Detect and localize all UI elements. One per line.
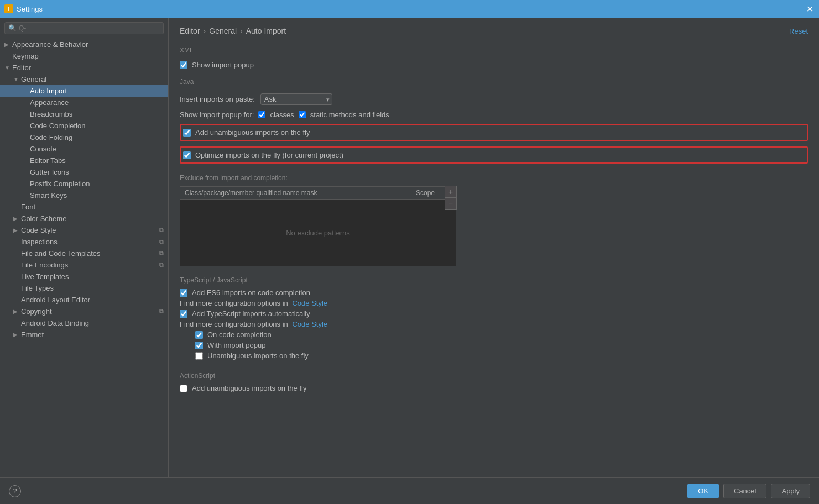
tree-arrow-color-scheme: ▶: [13, 216, 21, 222]
sidebar-item-auto-import[interactable]: Auto Import: [0, 85, 168, 97]
add-unambiguous-checkbox[interactable]: [183, 129, 191, 136]
static-methods-checkbox[interactable]: [299, 111, 306, 118]
sidebar-item-gutter-icons[interactable]: Gutter Icons: [0, 166, 168, 178]
exclude-table: Class/package/member qualified name mask…: [180, 186, 456, 266]
exclude-col1-header: Class/package/member qualified name mask: [180, 187, 411, 199]
as-add-unambiguous-label: Add unambiguous imports on the fly: [192, 384, 306, 392]
sidebar-item-label-general: General: [21, 75, 164, 83]
sidebar-item-copyright[interactable]: ▶Copyright⧉: [0, 306, 168, 317]
sidebar-item-file-code-templates[interactable]: File and Code Templates⧉: [0, 248, 168, 259]
window-title: Settings: [17, 5, 43, 13]
add-unambiguous-row: Add unambiguous imports on the fly: [183, 128, 805, 136]
sidebar-item-live-templates[interactable]: Live Templates: [0, 271, 168, 282]
sidebar-item-console[interactable]: Console: [0, 143, 168, 155]
title-bar: I Settings ✕: [0, 0, 819, 18]
bottom-bar: ? OK Cancel Apply: [0, 477, 819, 504]
sidebar-item-general[interactable]: ▼General: [0, 74, 168, 85]
sidebar-item-label-file-code-templates: File and Code Templates: [21, 249, 159, 258]
app-icon: I: [4, 4, 13, 13]
code-style-link-es6[interactable]: Code Style: [292, 299, 327, 307]
sidebar-item-label-editor-tabs: Editor Tabs: [30, 156, 164, 165]
exclude-minus-button[interactable]: −: [445, 198, 457, 210]
ok-button[interactable]: OK: [687, 484, 719, 498]
sidebar-item-android-layout-editor[interactable]: Android Layout Editor: [0, 294, 168, 306]
with-import-popup-checkbox[interactable]: [195, 342, 203, 349]
add-typescript-checkbox[interactable]: [180, 310, 187, 318]
sidebar-item-color-scheme[interactable]: ▶Color Scheme: [0, 213, 168, 224]
sidebar-item-label-file-types: File Types: [21, 284, 164, 292]
sidebar-item-postfix-completion[interactable]: Postfix Completion: [0, 178, 168, 190]
sidebar-item-keymap[interactable]: Keymap: [0, 50, 168, 62]
sidebar-item-smart-keys[interactable]: Smart Keys: [0, 190, 168, 201]
tree-arrow-general: ▼: [13, 76, 21, 82]
sidebar-item-code-completion[interactable]: Code Completion: [0, 120, 168, 132]
main-layout: 🔍 ▶Appearance & BehaviorKeymap▼Editor▼Ge…: [0, 18, 819, 477]
classes-checkbox[interactable]: [258, 111, 265, 118]
exclude-section: Exclude from import and completion: Clas…: [180, 172, 808, 266]
sidebar-item-android-data-binding[interactable]: Android Data Binding: [0, 317, 168, 329]
on-code-completion-checkbox[interactable]: [195, 331, 203, 339]
sidebar-item-emmet[interactable]: ▶Emmet: [0, 329, 168, 340]
ts-indented: On code completion With import popup Una…: [195, 330, 808, 360]
sidebar-item-breadcrumbs[interactable]: Breadcrumbs: [0, 108, 168, 120]
optimize-imports-checkbox[interactable]: [183, 151, 191, 159]
cancel-button[interactable]: Cancel: [723, 484, 766, 498]
content-area: Editor › General › Auto Import Reset XML…: [169, 18, 819, 477]
sidebar-item-label-code-folding: Code Folding: [30, 133, 164, 141]
reset-button[interactable]: Reset: [789, 27, 808, 35]
exclude-add-button[interactable]: +: [445, 186, 457, 198]
typescript-label: TypeScript / JavaScript: [180, 276, 808, 284]
sidebar: 🔍 ▶Appearance & BehaviorKeymap▼Editor▼Ge…: [0, 18, 169, 477]
actionscript-section: ActionScript Add unambiguous imports on …: [180, 370, 808, 395]
apply-button[interactable]: Apply: [771, 484, 810, 498]
sidebar-item-code-folding[interactable]: Code Folding: [0, 132, 168, 143]
add-unambiguous-label: Add unambiguous imports on the fly: [195, 128, 310, 136]
sidebar-item-appearance[interactable]: Appearance: [0, 97, 168, 108]
search-input[interactable]: [19, 24, 160, 32]
as-add-unambiguous-checkbox[interactable]: [180, 385, 187, 392]
copy-icon-file-encodings: ⧉: [159, 261, 164, 269]
add-es6-checkbox[interactable]: [180, 289, 187, 297]
code-style-link-ts[interactable]: Code Style: [292, 320, 327, 328]
breadcrumb-path: Editor › General › Auto Import: [180, 27, 286, 35]
sidebar-item-label-gutter-icons: Gutter Icons: [30, 168, 164, 176]
sidebar-item-font[interactable]: Font: [0, 201, 168, 213]
sidebar-item-label-auto-import: Auto Import: [30, 87, 164, 95]
exclude-table-wrapper: Class/package/member qualified name mask…: [180, 186, 456, 266]
sidebar-item-editor-tabs[interactable]: Editor Tabs: [0, 155, 168, 166]
sidebar-item-code-style[interactable]: ▶Code Style⧉: [0, 224, 168, 236]
breadcrumb-editor: Editor: [180, 27, 200, 35]
bottom-right: OK Cancel Apply: [687, 484, 810, 498]
sidebar-item-label-file-encodings: File Encodings: [21, 261, 159, 269]
close-button[interactable]: ✕: [805, 4, 815, 14]
typescript-section: TypeScript / JavaScript Add ES6 imports …: [180, 274, 808, 362]
sidebar-item-file-encodings[interactable]: File Encodings⧉: [0, 259, 168, 271]
sidebar-item-label-emmet: Emmet: [21, 330, 164, 339]
insert-imports-row: Insert imports on paste: Ask Always Neve…: [180, 93, 808, 105]
insert-imports-select[interactable]: Ask Always Never: [260, 93, 332, 105]
sidebar-item-editor[interactable]: ▼Editor: [0, 62, 168, 74]
copy-icon-file-code-templates: ⧉: [159, 250, 164, 257]
as-add-unambiguous-row: Add unambiguous imports on the fly: [180, 384, 808, 392]
copy-icon-code-style: ⧉: [159, 227, 164, 234]
with-import-popup-label: With import popup: [207, 341, 266, 349]
help-button[interactable]: ?: [9, 485, 21, 497]
sidebar-item-inspections[interactable]: Inspections⧉: [0, 236, 168, 248]
sidebar-item-file-types[interactable]: File Types: [0, 282, 168, 294]
find-more-es6-row: Find more configuration options in Code …: [180, 299, 808, 307]
sidebar-item-appearance-behavior[interactable]: ▶Appearance & Behavior: [0, 39, 168, 50]
add-es6-row: Add ES6 imports on code completion: [180, 288, 808, 297]
search-box[interactable]: 🔍: [4, 22, 164, 34]
sidebar-item-label-color-scheme: Color Scheme: [21, 214, 164, 223]
unambiguous-on-fly-checkbox[interactable]: [195, 352, 203, 360]
sidebar-item-label-smart-keys: Smart Keys: [30, 191, 164, 200]
sidebar-item-label-copyright: Copyright: [21, 307, 159, 316]
breadcrumb-sep1: ›: [204, 27, 206, 35]
copy-icon-inspections: ⧉: [159, 238, 164, 245]
optimize-imports-label: Optimize imports on the fly (for current…: [195, 151, 343, 159]
search-icon: 🔍: [8, 24, 17, 32]
sidebar-item-label-postfix-completion: Postfix Completion: [30, 180, 164, 188]
unambiguous-on-fly-label: Unambiguous imports on the fly: [207, 351, 309, 360]
show-import-popup-checkbox[interactable]: [180, 61, 187, 69]
sidebar-item-label-editor: Editor: [12, 64, 164, 72]
